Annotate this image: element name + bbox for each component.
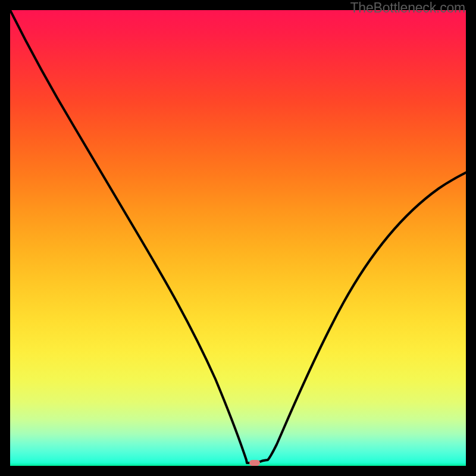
optimal-marker (249, 460, 260, 466)
chart-container: TheBottleneck.com (0, 0, 476, 476)
attribution-text: TheBottleneck.com (350, 0, 465, 16)
plot-area (10, 10, 466, 466)
bottleneck-curve (10, 10, 466, 463)
curve-svg (10, 10, 466, 466)
